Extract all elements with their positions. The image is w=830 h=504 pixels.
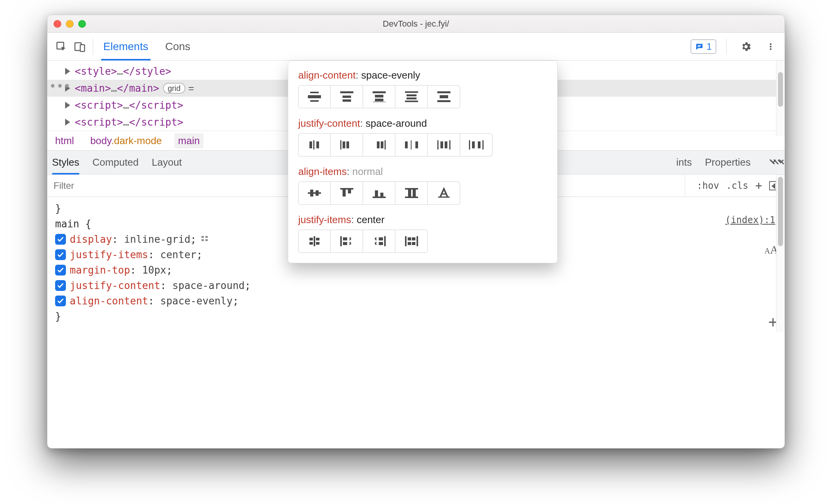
crumb-main[interactable]: main	[174, 133, 203, 148]
svg-rect-49	[308, 192, 321, 194]
svg-rect-44	[445, 141, 447, 148]
property: align-content	[70, 295, 148, 307]
popover-title: justify-content: space-around	[298, 118, 547, 129]
property: display	[70, 234, 112, 245]
tag-close: </main>	[117, 82, 160, 94]
crumb-body[interactable]: body.dark-mode	[86, 133, 166, 148]
svg-point-5	[770, 43, 772, 45]
expand-caret-icon[interactable]	[65, 119, 70, 126]
overflow-indicator[interactable]: •••	[50, 81, 71, 92]
justify-items-option[interactable]	[363, 230, 395, 253]
align-content-option[interactable]	[298, 85, 331, 108]
svg-rect-36	[377, 141, 380, 148]
value: center	[160, 249, 197, 260]
device-toolbar-icon[interactable]	[71, 37, 89, 56]
align-content-option[interactable]	[428, 85, 460, 108]
rule-close: }	[55, 309, 777, 324]
svg-rect-25	[405, 101, 418, 102]
svg-rect-35	[385, 140, 386, 150]
expand-caret-icon[interactable]	[65, 102, 70, 109]
ellipsis: …	[123, 116, 129, 128]
justify-content-option[interactable]	[460, 133, 492, 156]
justify-items-option[interactable]	[395, 230, 428, 253]
align-items-option[interactable]	[428, 181, 460, 205]
svg-rect-61	[413, 188, 416, 198]
svg-rect-8	[201, 236, 203, 238]
tab-styles[interactable]: Styles	[52, 151, 79, 174]
svg-rect-28	[440, 95, 448, 98]
svg-rect-66	[316, 238, 319, 240]
checkbox-icon[interactable]	[55, 280, 66, 291]
tag-open: <main>	[75, 82, 111, 94]
tab-properties[interactable]: Properties	[705, 151, 751, 174]
checkbox-icon[interactable]	[55, 249, 66, 260]
option-row	[298, 85, 547, 108]
crumb-label: main	[178, 135, 200, 146]
svg-rect-30	[309, 141, 312, 148]
svg-rect-77	[408, 237, 411, 240]
tab-label: Styles	[52, 156, 79, 168]
justify-content-option[interactable]	[331, 133, 363, 156]
svg-rect-15	[340, 91, 353, 93]
svg-rect-11	[205, 239, 208, 241]
hov-toggle[interactable]: :hov	[697, 180, 719, 191]
svg-rect-60	[408, 188, 411, 198]
declaration[interactable]: margin-top: 10px;	[55, 262, 777, 278]
popover-title: justify-items: center	[298, 214, 547, 226]
kebab-menu-icon[interactable]	[761, 37, 780, 56]
devtools-toolbar: Elements Cons 1	[47, 33, 785, 60]
open-grid-editor-icon[interactable]	[200, 234, 209, 245]
checkbox-icon[interactable]	[55, 234, 66, 245]
svg-rect-51	[316, 190, 319, 196]
window-title: DevTools - jec.fyi/	[47, 19, 785, 29]
svg-rect-73	[379, 237, 383, 240]
align-content-option[interactable]	[395, 85, 428, 108]
tab-console[interactable]: Cons	[163, 33, 193, 60]
svg-rect-31	[316, 141, 319, 148]
inspect-element-icon[interactable]	[52, 37, 71, 56]
declaration[interactable]: align-content: space-evenly;	[55, 293, 777, 309]
option-row	[298, 133, 547, 156]
align-items-option[interactable]	[298, 181, 331, 205]
settings-gear-icon[interactable]	[737, 37, 755, 56]
source-link[interactable]: (index):1	[725, 215, 775, 225]
grid-badge[interactable]: grid	[163, 83, 185, 94]
titlebar: DevTools - jec.fyi/	[47, 15, 785, 33]
more-tabs-icon[interactable]	[769, 158, 785, 167]
scrollbar[interactable]	[776, 175, 785, 332]
expand-caret-icon[interactable]	[65, 68, 70, 75]
svg-rect-54	[348, 188, 351, 193]
scrollbar[interactable]	[776, 60, 785, 136]
svg-rect-78	[412, 237, 415, 240]
svg-rect-14	[310, 100, 319, 102]
checkbox-icon[interactable]	[55, 296, 66, 306]
justify-content-option[interactable]	[363, 133, 395, 156]
equals: =	[188, 82, 194, 94]
align-items-option[interactable]	[331, 181, 363, 205]
crumb-html[interactable]: html	[51, 133, 78, 148]
justify-content-option[interactable]	[395, 133, 428, 156]
align-items-option[interactable]	[395, 181, 428, 205]
tab-computed[interactable]: Computed	[92, 151, 139, 174]
justify-items-option[interactable]	[298, 230, 331, 253]
svg-point-6	[770, 45, 772, 47]
justify-content-option[interactable]	[298, 133, 331, 156]
align-content-option[interactable]	[363, 85, 395, 108]
justify-items-option[interactable]	[331, 230, 363, 253]
value: inline-grid	[124, 234, 190, 245]
svg-rect-65	[309, 238, 313, 240]
tab-layout[interactable]: Layout	[152, 151, 182, 174]
justify-content-option[interactable]	[428, 133, 460, 156]
tab-elements[interactable]: Elements	[101, 33, 151, 60]
checkbox-icon[interactable]	[55, 265, 66, 276]
tab-breakpoints-partial[interactable]: ints	[676, 151, 692, 174]
new-style-rule-icon[interactable]: +	[755, 179, 762, 192]
declaration[interactable]: justify-content: space-around;	[55, 278, 777, 293]
align-items-option[interactable]	[363, 181, 395, 205]
messages-badge[interactable]: 1	[691, 39, 716, 54]
svg-rect-80	[412, 242, 415, 245]
align-content-option[interactable]	[331, 85, 363, 108]
svg-rect-23	[407, 94, 417, 96]
svg-rect-75	[405, 236, 407, 246]
cls-toggle[interactable]: .cls	[726, 180, 748, 191]
